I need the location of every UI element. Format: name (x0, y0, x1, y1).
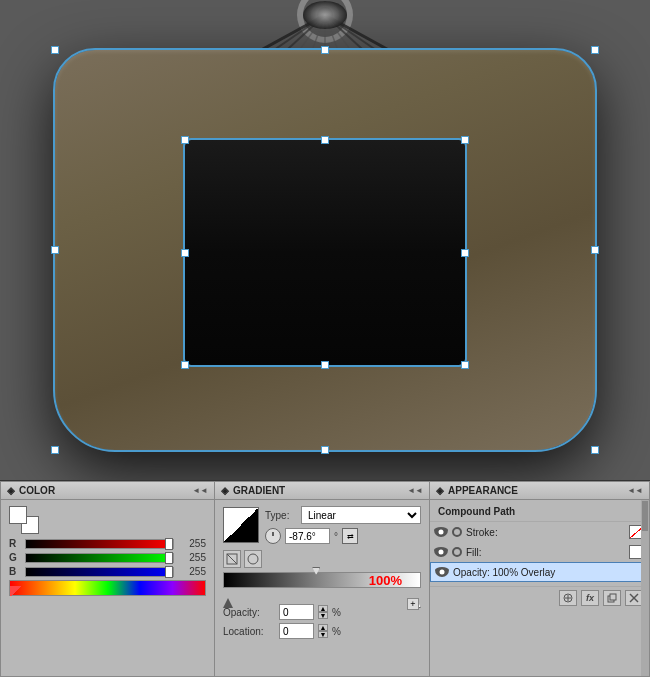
canvas-area (0, 0, 650, 480)
opacity-step-down[interactable]: ▼ (318, 612, 328, 619)
spectrum-arrow (10, 586, 24, 596)
gradient-add-stop-btn[interactable]: + (407, 598, 419, 610)
color-collapse-btn[interactable]: ◄◄ (192, 486, 208, 495)
location-field[interactable] (279, 623, 314, 639)
selection-handle-tr[interactable] (591, 46, 599, 54)
b-label: B (9, 566, 21, 577)
opacity-field-label: Opacity: (223, 607, 275, 618)
selection-handle-tc[interactable] (321, 46, 329, 54)
location-step-down[interactable]: ▼ (318, 631, 328, 638)
opacity-visibility-icon[interactable] (435, 567, 449, 577)
svg-point-19 (248, 554, 258, 564)
gradient-preview-swatch[interactable] (223, 507, 259, 543)
location-row: Location: ▲ ▼ % (223, 623, 421, 639)
compound-path-label: Compound Path (438, 506, 515, 517)
opacity-row: Opacity: ▲ ▼ % (223, 604, 421, 620)
fg-swatch[interactable] (9, 506, 27, 524)
gradient-tool-1[interactable] (223, 550, 241, 568)
opacity-overlay-label: Opacity: 100% Overlay (453, 567, 644, 578)
color-panel-title: ◈ COLOR (7, 485, 55, 496)
r-value: 255 (178, 538, 206, 549)
gradient-type-select[interactable]: Linear Radial (301, 506, 421, 524)
tablet-device (55, 50, 595, 450)
gradient-options: Type: Linear Radial -87.6° ° ⇄ (265, 506, 421, 544)
selection-handle-mr[interactable] (591, 246, 599, 254)
gradient-bar[interactable]: 100% (223, 572, 421, 588)
gradient-collapse-btn[interactable]: ◄◄ (407, 486, 423, 495)
fg-bg-swatches (9, 506, 39, 534)
screen-handle-br[interactable] (461, 361, 469, 369)
opacity-pct: % (332, 607, 341, 618)
appearance-collapse-btn[interactable]: ◄◄ (627, 486, 643, 495)
svg-rect-24 (610, 594, 616, 600)
reverse-gradient-btn[interactable]: ⇄ (342, 528, 358, 544)
opacity-field[interactable] (279, 604, 314, 620)
gradient-angle-row: -87.6° ° ⇄ (265, 528, 421, 544)
appearance-footer: fx (430, 586, 649, 609)
color-spectrum[interactable] (9, 580, 206, 596)
panels-area: ◈ COLOR ◄◄ R 255 G (0, 480, 650, 677)
fx-btn[interactable]: fx (581, 590, 599, 606)
screen-handle-ml[interactable] (181, 249, 189, 257)
angle-dial-icon[interactable] (265, 528, 281, 544)
selection-handle-tl[interactable] (51, 46, 59, 54)
g-slider[interactable] (25, 553, 174, 563)
color-panel-header: ◈ COLOR ◄◄ (1, 482, 214, 500)
color-panel-title-text: COLOR (19, 485, 55, 496)
gradient-stop-left[interactable] (223, 598, 233, 608)
gradient-type-row: Type: Linear Radial (265, 506, 421, 524)
channel-b-row: B 255 (9, 566, 206, 577)
add-effect-btn[interactable] (559, 590, 577, 606)
opacity-step-up[interactable]: ▲ (318, 605, 328, 612)
selection-handle-ml[interactable] (51, 246, 59, 254)
fill-label: Fill: (466, 547, 625, 558)
opacity-stepper: ▲ ▼ (318, 605, 328, 619)
gradient-title-icon: ◈ (221, 485, 229, 496)
color-panel: ◈ COLOR ◄◄ R 255 G (0, 481, 215, 677)
gradient-bar-wrapper: 100% + (223, 572, 421, 600)
appearance-panel-title-text: APPEARANCE (448, 485, 518, 496)
gradient-panel-controls: ◄◄ (407, 486, 423, 495)
appearance-scroll-thumb[interactable] (642, 501, 648, 531)
selection-handle-br[interactable] (591, 446, 599, 454)
selection-handle-bc[interactable] (321, 446, 329, 454)
location-step-up[interactable]: ▲ (318, 624, 328, 631)
appearance-panel-controls: ◄◄ (627, 486, 643, 495)
fill-target-icon[interactable] (452, 547, 462, 557)
screen-handle-tl[interactable] (181, 136, 189, 144)
selection-handle-bl[interactable] (51, 446, 59, 454)
screen-handle-tc[interactable] (321, 136, 329, 144)
duplicate-btn[interactable] (603, 590, 621, 606)
b-value: 255 (178, 566, 206, 577)
screen-handle-mr[interactable] (461, 249, 469, 257)
stroke-visibility-icon[interactable] (434, 527, 448, 537)
location-field-label: Location: (223, 626, 275, 637)
angle-value[interactable]: -87.6° (285, 528, 330, 544)
fill-visibility-icon[interactable] (434, 547, 448, 557)
gradient-panel: ◈ GRADIENT ◄◄ Type: Linear Radial (215, 481, 430, 677)
gradient-mid-handle[interactable] (312, 567, 320, 575)
channel-r-row: R 255 (9, 538, 206, 549)
gradient-tool-2[interactable] (244, 550, 262, 568)
color-panel-controls: ◄◄ (192, 486, 208, 495)
stroke-target-icon[interactable] (452, 527, 462, 537)
gradient-panel-header: ◈ GRADIENT ◄◄ (215, 482, 429, 500)
opacity-row-appearance[interactable]: Opacity: 100% Overlay (430, 562, 649, 582)
stroke-label: Stroke: (466, 527, 625, 538)
r-slider[interactable] (25, 539, 174, 549)
b-slider[interactable] (25, 567, 174, 577)
angle-degree-label: ° (334, 531, 338, 542)
svg-point-15 (303, 1, 347, 29)
r-label: R (9, 538, 21, 549)
screen-handle-tr[interactable] (461, 136, 469, 144)
svg-line-18 (227, 554, 237, 564)
appearance-scrollbar[interactable] (641, 500, 649, 676)
tablet-screen (185, 140, 465, 365)
appearance-panel-title: ◈ APPEARANCE (436, 485, 518, 496)
appearance-title-icon: ◈ (436, 485, 444, 496)
location-stepper: ▲ ▼ (318, 624, 328, 638)
appearance-panel-header: ◈ APPEARANCE ◄◄ (430, 482, 649, 500)
screen-handle-bl[interactable] (181, 361, 189, 369)
screen-handle-bc[interactable] (321, 361, 329, 369)
stroke-row: Stroke: (430, 522, 649, 542)
